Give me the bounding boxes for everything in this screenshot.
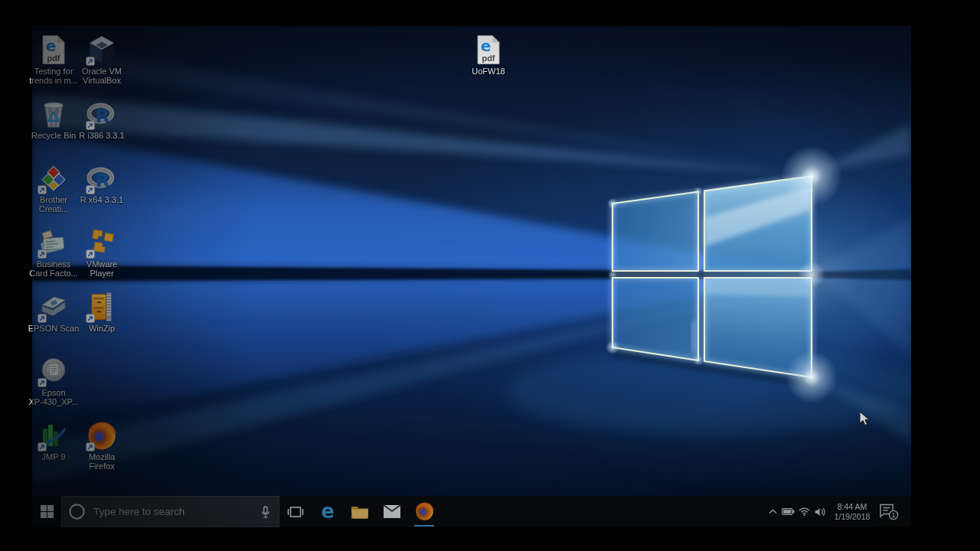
wallpaper-windows-hero [32,26,911,496]
mail-button[interactable] [376,496,408,527]
desktop-icon[interactable]: Mozilla Firefox [74,419,130,471]
svg-text:e: e [321,502,335,522]
search-placeholder: Type here to search [93,506,260,517]
running-indicator [414,525,434,527]
vbox-icon [86,34,118,66]
svg-text:R: R [95,169,109,191]
recycle-bin-icon [38,98,70,130]
network-tray-button[interactable] [796,496,812,527]
desktop-icon[interactable]: VMware Player [74,227,130,278]
winzip-icon [86,291,118,323]
tray-chevron-button[interactable] [766,496,779,527]
desktop-icon[interactable]: RR i386 3.3.1 [74,98,130,140]
clock-time: 8:44 AM [835,502,871,512]
desktop-icon-label: WinZip [74,324,130,333]
desktop-icon-label: Epson XP-430_XP... [25,388,82,406]
desktop-icon-label: VMware Player [74,259,130,278]
r-logo-icon: R [86,162,118,194]
desktop-icon[interactable]: Epson XP-430_XP... [25,355,82,406]
firefox-icon [414,501,435,522]
start-button[interactable] [32,496,61,527]
desktop-icon[interactable]: epdfUoFW18 [460,34,517,76]
svg-text:R: R [95,105,109,127]
speaker-icon [815,507,825,517]
shortcut-arrow-icon [86,121,95,130]
edge-pdf-icon: epdf [472,34,505,66]
action-center-button[interactable]: 1 [876,496,902,527]
shortcut-arrow-icon [38,378,47,387]
search-box[interactable]: Type here to search [61,496,279,527]
svg-text:pdf: pdf [47,54,60,63]
svg-text:pdf: pdf [482,54,495,63]
edge-icon: e [318,502,338,522]
desktop-icon-label: Mozilla Firefox [74,452,130,471]
edge-pdf-icon: epdf [38,34,70,66]
microphone-icon[interactable] [260,505,271,519]
mouse-cursor [859,411,870,426]
shortcut-arrow-icon [38,442,47,452]
volume-tray-button[interactable] [812,496,828,527]
clock-date: 1/19/2018 [835,512,871,522]
shortcut-arrow-icon [86,185,95,194]
system-tray: 8:44 AM1/19/2018 1 [766,496,911,527]
svg-text:e: e [481,37,492,55]
action-center-icon: 1 [879,504,899,520]
notification-badge: 1 [892,511,896,519]
screen-frame: epdfTesting for trends in m...Oracle VM … [0,0,980,551]
desktop-icon[interactable]: RR x64 3.3.1 [74,162,130,204]
shortcut-arrow-icon [86,57,95,66]
file-explorer-button[interactable] [344,496,376,527]
taskbar: Type here to search e [32,496,911,527]
brother-icon [38,162,70,194]
desktop-icon-label: UoFW18 [460,67,517,76]
desktop-icon[interactable]: WinZip [74,291,130,333]
desktop-icon[interactable]: Oracle VM VirtualBox [74,34,130,85]
battery-icon [782,508,795,515]
r-logo-icon: R [86,98,118,130]
battery-tray-button[interactable] [779,496,796,527]
svg-text:e: e [46,37,57,55]
shortcut-arrow-icon [38,314,47,323]
vmware-icon [86,227,118,259]
shortcut-arrow-icon [38,185,47,194]
desktop-icon-label: R i386 3.3.1 [74,131,130,140]
shortcut-arrow-icon [86,249,95,259]
firefox-taskbar-button[interactable] [408,496,440,527]
epson-scan-icon [38,291,70,323]
task-view-icon [287,505,304,519]
desktop: epdfTesting for trends in m...Oracle VM … [32,26,911,527]
desktop-icon-label: R x64 3.3.1 [74,195,130,204]
mail-icon [383,504,401,519]
task-view-button[interactable] [279,496,312,527]
chevron-up-icon [769,509,777,514]
clock[interactable]: 8:44 AM1/19/2018 [828,496,876,527]
windows-logo-icon [41,505,54,518]
wifi-icon [799,507,810,516]
epson-xp-icon [38,355,70,387]
bizcard-icon [38,227,70,259]
edge-taskbar-button[interactable]: e [312,496,344,527]
shortcut-arrow-icon [38,249,47,259]
jmp-icon [38,419,70,452]
shortcut-arrow-icon [86,442,95,452]
firefox-icon [86,419,118,452]
cortana-icon [68,503,86,520]
shortcut-arrow-icon [86,314,95,323]
desktop-icon-label: Oracle VM VirtualBox [74,67,130,85]
file-explorer-icon [351,504,369,520]
